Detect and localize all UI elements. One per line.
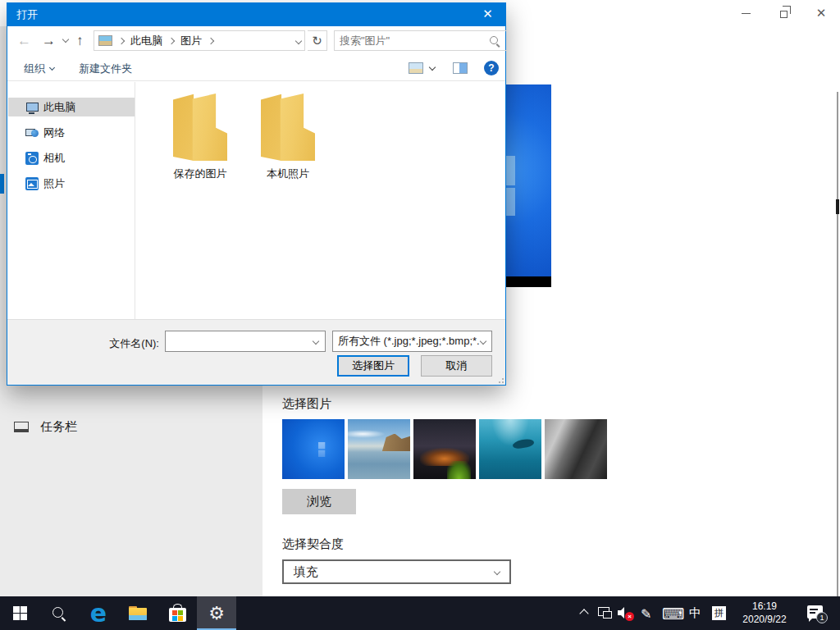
sidebar-item-label: 任务栏 bbox=[40, 419, 77, 435]
thumbnail-rock-face[interactable] bbox=[545, 419, 607, 479]
address-bar-row: ← → ↑ 此电脑 图片 ↻ bbox=[7, 26, 505, 56]
edge-icon: e bbox=[90, 601, 107, 626]
breadcrumb-separator-icon bbox=[168, 37, 175, 43]
windows-ink-icon[interactable]: ✎ bbox=[641, 606, 651, 622]
up-button[interactable]: ↑ bbox=[76, 31, 84, 51]
preview-taskbar-strip bbox=[506, 276, 551, 287]
thumbnail-beach-rocks[interactable] bbox=[348, 419, 410, 479]
touch-keyboard-icon[interactable]: ⌨ bbox=[662, 605, 684, 623]
back-button[interactable]: ← bbox=[17, 31, 31, 51]
sidebar-item-taskbar[interactable]: 任务栏 bbox=[0, 412, 262, 441]
taskbar-search-button[interactable] bbox=[39, 596, 79, 630]
taskbar-file-explorer-button[interactable] bbox=[118, 596, 158, 630]
settings-caption-buttons: ✕ bbox=[727, 0, 840, 26]
folder-icon bbox=[173, 94, 227, 161]
filename-input[interactable] bbox=[165, 331, 326, 352]
filetype-dropdown[interactable]: 所有文件 (*.jpg;*.jpeg;*.bmp;*. bbox=[332, 331, 492, 352]
scrollbar-track[interactable] bbox=[837, 92, 838, 596]
change-view-icon[interactable] bbox=[409, 62, 423, 74]
network-tray-icon[interactable] bbox=[598, 607, 612, 618]
fit-dropdown[interactable]: 填充 bbox=[282, 559, 511, 584]
taskbar-store-button[interactable] bbox=[158, 596, 197, 630]
browse-button[interactable]: 浏览 bbox=[282, 489, 356, 514]
folder-label: 保存的图片 bbox=[174, 167, 227, 181]
dialog-nav-pane: 此电脑 网络 相机 照片 bbox=[8, 82, 135, 319]
file-explorer-icon bbox=[129, 606, 147, 620]
organize-menu-button[interactable]: 组织 bbox=[24, 62, 54, 76]
minimize-icon bbox=[742, 13, 751, 14]
ime-mode-indicator[interactable]: 拼 bbox=[712, 606, 726, 620]
address-breadcrumb[interactable]: 此电脑 图片 bbox=[94, 30, 305, 51]
wallpaper-thumbnails bbox=[282, 419, 607, 479]
ime-language-indicator[interactable]: 中 bbox=[689, 605, 701, 621]
thumbnail-windows-default[interactable] bbox=[282, 419, 345, 479]
desktop: ✕ 任务栏 选择图片 浏览 选择契合 bbox=[0, 0, 840, 630]
volume-muted-icon[interactable]: × bbox=[618, 607, 634, 619]
sidebar-item-this-pc[interactable]: 此电脑 bbox=[8, 98, 135, 116]
search-box[interactable] bbox=[334, 30, 507, 51]
gear-icon: ⚙ bbox=[208, 605, 225, 623]
breadcrumb-this-pc[interactable]: 此电脑 bbox=[126, 34, 167, 48]
cancel-button[interactable]: 取消 bbox=[421, 355, 492, 377]
search-icon bbox=[52, 606, 66, 621]
address-dropdown-chevron-icon[interactable] bbox=[295, 38, 302, 44]
start-button[interactable] bbox=[0, 596, 39, 630]
view-dropdown-chevron-icon[interactable] bbox=[429, 63, 436, 70]
file-list-area[interactable]: 保存的图片 本机照片 bbox=[136, 82, 504, 319]
hidden-icons-chevron-icon[interactable] bbox=[579, 609, 588, 618]
sidebar-item-label: 网络 bbox=[43, 126, 65, 140]
view-options-group: ? bbox=[409, 61, 499, 75]
notification-badge: 1 bbox=[816, 612, 828, 623]
filetype-value: 所有文件 (*.jpg;*.jpeg;*.bmp;*. bbox=[338, 334, 480, 349]
open-file-dialog: 打开 ✕ ← → ↑ 此电脑 图片 ↻ bbox=[7, 2, 506, 386]
thumbnail-night-sky[interactable] bbox=[413, 419, 476, 479]
folder-label: 本机照片 bbox=[267, 167, 309, 181]
help-icon[interactable]: ? bbox=[484, 61, 499, 75]
recent-locations-chevron-icon[interactable] bbox=[62, 36, 69, 43]
thumbnail-underwater[interactable] bbox=[479, 419, 541, 479]
preview-logo-pane bbox=[506, 188, 515, 216]
chevron-down-icon bbox=[49, 65, 55, 71]
new-folder-button[interactable]: 新建文件夹 bbox=[79, 62, 132, 76]
new-folder-label: 新建文件夹 bbox=[79, 62, 132, 76]
sidebar-item-label: 相机 bbox=[43, 151, 65, 166]
breadcrumb-pictures[interactable]: 图片 bbox=[176, 34, 207, 48]
organize-label: 组织 bbox=[24, 62, 45, 76]
action-center-button[interactable]: 1 bbox=[807, 605, 823, 619]
chevron-down-icon bbox=[480, 338, 486, 345]
minimize-button[interactable] bbox=[727, 0, 765, 26]
scrollbar-thumb[interactable] bbox=[836, 199, 839, 214]
folder-camera-roll[interactable]: 本机照片 bbox=[243, 94, 333, 181]
refresh-button[interactable]: ↻ bbox=[308, 30, 327, 51]
sidebar-item-camera[interactable]: 相机 bbox=[8, 148, 135, 167]
close-button-dialog[interactable]: ✕ bbox=[469, 2, 506, 25]
preview-pane-icon[interactable] bbox=[453, 62, 468, 74]
breadcrumb-separator-icon bbox=[118, 37, 125, 43]
close-button-settings[interactable]: ✕ bbox=[802, 0, 840, 26]
close-icon: ✕ bbox=[816, 6, 827, 21]
search-input[interactable] bbox=[335, 34, 489, 47]
sidebar-item-photos[interactable]: 照片 bbox=[8, 174, 135, 193]
resize-grip[interactable] bbox=[494, 373, 504, 383]
windows-logo-icon bbox=[13, 606, 27, 620]
restore-button[interactable] bbox=[765, 0, 802, 26]
dialog-footer: 文件名(N): 所有文件 (*.jpg;*.jpeg;*.bmp;*. 选择图片… bbox=[7, 319, 505, 385]
taskbar-edge-button[interactable]: e bbox=[79, 596, 118, 630]
speaker-icon bbox=[618, 610, 621, 615]
clock-time: 16:19 bbox=[735, 600, 794, 613]
dialog-titlebar[interactable]: 打开 ✕ bbox=[7, 2, 506, 26]
clock[interactable]: 16:19 2020/9/22 bbox=[735, 600, 794, 626]
chevron-down-icon bbox=[494, 568, 500, 575]
chevron-down-icon[interactable] bbox=[313, 338, 319, 345]
sidebar-item-network[interactable]: 网络 bbox=[8, 123, 135, 142]
pictures-folder-icon bbox=[98, 35, 112, 46]
clock-date: 2020/9/22 bbox=[735, 613, 794, 626]
taskbar-settings-button[interactable]: ⚙ bbox=[197, 596, 236, 630]
photos-icon bbox=[25, 177, 39, 190]
breadcrumb-separator-icon bbox=[208, 37, 214, 43]
select-picture-button[interactable]: 选择图片 bbox=[337, 355, 409, 377]
folder-saved-pictures[interactable]: 保存的图片 bbox=[155, 94, 245, 181]
command-bar: 组织 新建文件夹 ? bbox=[7, 56, 505, 81]
sidebar-item-label: 此电脑 bbox=[43, 100, 75, 115]
forward-button[interactable]: → bbox=[42, 31, 56, 51]
